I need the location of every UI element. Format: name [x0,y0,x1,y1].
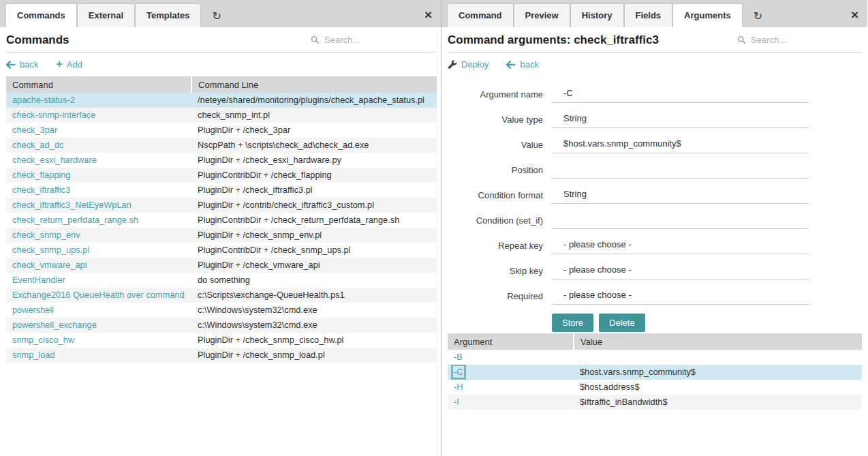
form-field: Repeat key [448,237,862,254]
table-row[interactable]: check_vmware_api PluginDir + /check_vmwa… [6,258,437,273]
argument-link[interactable]: -C [454,367,463,377]
command-link[interactable]: check_flapping [12,170,70,180]
command-link[interactable]: check-snmp-interface [12,110,95,120]
command-link[interactable]: check_esxi_hardware [12,155,97,165]
back-link[interactable]: back [506,59,538,70]
table-row[interactable]: apache-status-2 /neteye/shared/monitorin… [6,93,437,108]
delete-button[interactable]: Delete [599,314,645,332]
command-link[interactable]: powershell_exchange [12,320,97,330]
tab[interactable]: History [570,3,624,27]
table-row[interactable]: Exchange2016 QueueHealth over command c:… [6,288,437,303]
table-row[interactable]: check_3par PluginDir + /check_3par [6,123,437,138]
command-link[interactable]: check_iftraffic3 [12,185,70,195]
table-row[interactable]: -B [448,350,862,365]
field-input[interactable] [552,86,809,102]
table-row[interactable]: -C $host.vars.snmp_community$ [448,365,862,380]
argument-link[interactable]: -I [454,397,459,407]
field-input[interactable] [552,162,809,178]
field-input[interactable] [552,111,809,127]
command-link[interactable]: snmp_cisco_hw [12,335,74,345]
field-input[interactable] [552,262,809,279]
table-row[interactable]: snmp_cisco_hw PluginDir + /check_snmp_ci… [6,333,437,348]
field-label: Value type [448,115,543,125]
search-input[interactable] [323,34,435,46]
command-link[interactable]: EventHandler [12,275,65,285]
field-input[interactable] [552,187,809,203]
table-row[interactable]: check_esxi_hardware PluginDir + /check_e… [6,153,437,168]
argument-link[interactable]: -B [454,352,463,362]
store-button[interactable]: Store [552,314,593,332]
command-line-cell: do something [191,273,437,288]
command-link[interactable]: powershell [12,305,54,315]
command-link[interactable]: check_return_perfdata_range.sh [12,215,138,225]
table-row[interactable]: -I $iftraffic_inBandwidth$ [448,395,862,410]
argument-form: Argument name Value type Value [448,86,862,305]
command-line-cell: NscpPath + \scripts\check_ad\check_ad.ex… [191,138,437,153]
table-row[interactable]: check_iftraffic3 PluginDir + /check_iftr… [6,183,437,198]
arguments-panel: CommandPreviewHistoryFieldsArguments ↻ ×… [441,0,867,456]
table-row[interactable]: check_return_perfdata_range.sh PluginCon… [6,213,437,228]
tab[interactable]: Templates [135,3,201,27]
table-row[interactable]: EventHandler do something [6,273,437,288]
column-argument[interactable]: Argument [448,333,574,350]
search-icon [737,35,746,44]
command-link[interactable]: check_vmware_api [12,260,87,270]
plus-icon: + [56,59,62,70]
commands-panel: CommandsExternalTemplates ↻ × Commands [0,0,441,456]
refresh-icon[interactable]: ↻ [743,11,762,27]
command-link[interactable]: check_ad_dc [12,140,63,150]
command-line-cell: c:\Windows\system32\cmd.exe [191,318,437,333]
table-row[interactable]: snmp_load PluginDir + /check_snmp_load.p… [6,348,437,363]
tab[interactable]: External [77,3,135,27]
tab[interactable]: Fields [624,3,673,27]
close-icon[interactable]: × [424,8,432,21]
table-row[interactable]: check_snmp_ups.pl PluginContribDir + /ch… [6,243,437,258]
refresh-icon[interactable]: ↻ [201,11,221,27]
page-title: Command arguments: check_iftraffic3 [448,33,659,47]
field-input[interactable] [552,237,809,254]
command-link[interactable]: check_3par [12,125,57,135]
command-line-cell: c:\Windows\system32\cmd.exe [191,303,437,318]
command-line-cell: PluginContribDir + /check_flapping [191,168,437,183]
tab[interactable]: Commands [5,3,77,27]
table-row[interactable]: check_snmp_env PluginDir + /check_snmp_e… [6,228,437,243]
table-row[interactable]: powershell_exchange c:\Windows\system32\… [6,318,437,333]
command-link[interactable]: snmp_load [12,350,55,360]
arguments-table: Argument Value -B -C $host.vars.snmp_com… [448,333,862,410]
search-input[interactable] [749,34,862,46]
left-actionbar: back + Add [6,53,435,75]
argument-link[interactable]: -H [454,382,463,392]
field-input[interactable] [552,288,809,304]
command-link[interactable]: apache-status-2 [12,95,75,105]
tab[interactable]: Arguments [672,3,743,27]
command-link[interactable]: Exchange2016 QueueHealth over command [12,290,185,300]
close-icon[interactable]: × [851,8,858,21]
commands-table-header: Command Command Line [6,76,437,93]
add-link[interactable]: + Add [56,59,82,70]
field-label: Skip key [448,266,543,276]
deploy-link[interactable]: Deploy [448,59,489,70]
back-link[interactable]: back [6,59,38,70]
arguments-table-header: Argument Value [448,333,862,350]
field-label: Argument name [448,89,543,100]
table-row[interactable]: powershell c:\Windows\system32\cmd.exe [6,303,437,318]
field-input[interactable] [552,136,809,153]
column-value[interactable]: Value [574,333,862,350]
tab[interactable]: Preview [514,3,570,27]
tab[interactable]: Command [447,3,514,27]
command-link[interactable]: check_snmp_env [12,230,80,240]
table-row[interactable]: check_ad_dc NscpPath + \scripts\check_ad… [6,138,437,153]
command-link[interactable]: check_iftraffic3_NetEyeWpLan [12,200,131,210]
table-row[interactable]: check_iftraffic3_NetEyeWpLan PluginDir +… [6,198,437,213]
column-command-line[interactable]: Command Line [191,76,437,93]
left-titlebar: Commands [6,27,435,53]
right-titlebar: Command arguments: check_iftraffic3 [448,27,862,53]
table-row[interactable]: check_flapping PluginContribDir + /check… [6,168,437,183]
command-link[interactable]: check_snmp_ups.pl [12,245,89,255]
argument-value-cell: $host.address$ [574,380,862,395]
column-command[interactable]: Command [6,76,191,93]
table-row[interactable]: check-snmp-interface check_snmp_int.pl [6,108,437,123]
field-input[interactable] [552,212,809,228]
argument-value-cell: $host.vars.snmp_community$ [574,365,862,380]
table-row[interactable]: -H $host.address$ [448,380,862,395]
